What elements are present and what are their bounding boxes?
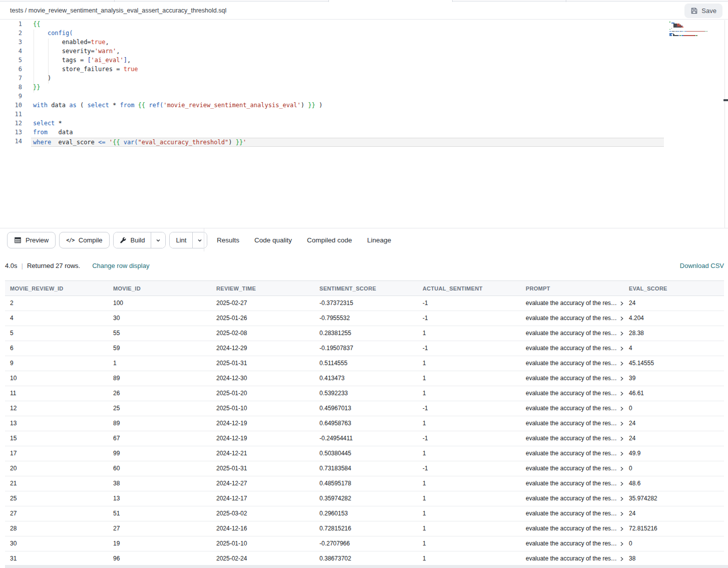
expand-prompt-icon[interactable]: [620, 481, 624, 486]
breadcrumb: tests / movie_review_sentiment_analysis_…: [10, 2, 226, 20]
minimap-token: [680, 35, 681, 36]
code-line[interactable]: from data: [33, 129, 668, 138]
column-header-sentiment-score[interactable]: SENTIMENT_SCORE: [314, 281, 418, 296]
code-token: data: [48, 102, 69, 109]
expand-prompt-icon[interactable]: [620, 331, 624, 336]
code-line[interactable]: [33, 111, 668, 120]
download-csv-link[interactable]: Download CSV: [680, 262, 724, 269]
expand-prompt-icon[interactable]: [620, 391, 624, 396]
table-cell: 1: [418, 551, 521, 566]
code-line[interactable]: config(: [33, 30, 668, 39]
prompt-cell[interactable]: evaluate the accuracy of the res…: [521, 311, 624, 326]
prompt-preview-text: evaluate the accuracy of the res…: [526, 431, 617, 446]
change-row-display-link[interactable]: Change row display: [92, 262, 149, 269]
expand-prompt-icon[interactable]: [620, 316, 624, 321]
code-token: where: [33, 139, 51, 146]
prompt-cell[interactable]: evaluate the accuracy of the res…: [521, 521, 624, 536]
expand-prompt-icon[interactable]: [620, 436, 624, 441]
prompt-cell[interactable]: evaluate the accuracy of the res…: [521, 461, 624, 476]
prompt-cell[interactable]: evaluate the accuracy of the res…: [521, 386, 624, 401]
prompt-cell[interactable]: evaluate the accuracy of the res…: [521, 431, 624, 446]
code-line[interactable]: {{: [33, 21, 668, 30]
prompt-preview-text: evaluate the accuracy of the res…: [526, 461, 617, 476]
table-cell: 2024-12-17: [211, 491, 314, 506]
code-line[interactable]: severity='warn',: [33, 48, 668, 57]
table-row: 4302025-01-26-0.7955532-1evaluate the ac…: [5, 311, 724, 326]
code-line[interactable]: ): [33, 75, 668, 84]
prompt-cell[interactable]: evaluate the accuracy of the res…: [521, 491, 624, 506]
lint-dropdown-caret[interactable]: [192, 232, 207, 248]
column-header-actual-sentiment[interactable]: ACTUAL_SENTIMENT: [418, 281, 521, 296]
preview-button[interactable]: Preview: [7, 232, 56, 248]
expand-prompt-icon[interactable]: [620, 361, 624, 366]
table-cell: 9: [5, 356, 108, 371]
column-header-eval-score[interactable]: EVAL_SCORE: [624, 281, 724, 296]
prompt-cell[interactable]: evaluate the accuracy of the res…: [521, 401, 624, 416]
code-editor[interactable]: 1234567891011121314 {{ config( enabled=t…: [0, 20, 728, 228]
column-header-movie-id[interactable]: MOVIE_ID: [108, 281, 211, 296]
expand-prompt-icon[interactable]: [620, 511, 624, 516]
expand-prompt-icon[interactable]: [620, 406, 624, 411]
code-line[interactable]: tags = ['ai_eval'],: [33, 57, 668, 66]
column-header-review-time[interactable]: REVIEW_TIME: [211, 281, 314, 296]
save-button-label: Save: [701, 7, 716, 15]
code-line[interactable]: }}: [33, 84, 668, 93]
build-button[interactable]: Build: [114, 232, 151, 248]
expand-prompt-icon[interactable]: [620, 541, 624, 546]
tab-code-quality[interactable]: Code quality: [247, 228, 299, 252]
prompt-cell[interactable]: evaluate the accuracy of the res…: [521, 476, 624, 491]
column-header-prompt[interactable]: PROMPT: [521, 281, 624, 296]
build-dropdown-caret[interactable]: [151, 232, 165, 248]
expand-prompt-icon[interactable]: [620, 526, 624, 531]
table-cell: 0.413473: [314, 371, 418, 386]
column-header-movie-review-id[interactable]: MOVIE_REVIEW_ID: [5, 281, 108, 296]
code-line[interactable]: where eval_score <= '{{ var("eval_accura…: [31, 138, 664, 147]
horizontal-scrollbar-track[interactable]: [5, 565, 728, 568]
prompt-cell[interactable]: evaluate the accuracy of the res…: [521, 536, 624, 551]
table-cell: 2: [5, 296, 108, 311]
prompt-cell[interactable]: evaluate the accuracy of the res…: [521, 341, 624, 356]
chevron-down-icon: [156, 238, 161, 243]
tab-results[interactable]: Results: [209, 228, 247, 252]
lint-button[interactable]: Lint: [170, 232, 192, 248]
expand-prompt-icon[interactable]: [620, 556, 624, 561]
code-line[interactable]: enabled=true,: [33, 39, 668, 48]
table-cell: 2024-12-29: [211, 341, 314, 356]
prompt-cell[interactable]: evaluate the accuracy of the res…: [521, 551, 624, 566]
editor-scrollbar-track[interactable]: [724, 20, 725, 228]
prompt-preview-text: evaluate the accuracy of the res…: [526, 401, 617, 416]
line-number: 13: [0, 129, 22, 138]
prompt-cell[interactable]: evaluate the accuracy of the res…: [521, 371, 624, 386]
expand-prompt-icon[interactable]: [620, 301, 624, 306]
table-cell: 31: [5, 551, 108, 566]
table-cell: 0.72815216: [314, 521, 418, 536]
expand-prompt-icon[interactable]: [620, 496, 624, 501]
table-cell: 0.5392233: [314, 386, 418, 401]
expand-prompt-icon[interactable]: [620, 451, 624, 456]
expand-prompt-icon[interactable]: [620, 466, 624, 471]
code-lines[interactable]: {{ config( enabled=true, severity='warn'…: [33, 21, 668, 147]
tab-lineage[interactable]: Lineage: [359, 228, 399, 252]
code-line[interactable]: store_failures = true: [33, 66, 668, 75]
table-row: 28272024-12-160.728152161evaluate the ac…: [5, 521, 724, 536]
code-line[interactable]: select *: [33, 120, 668, 129]
prompt-cell[interactable]: evaluate the accuracy of the res…: [521, 446, 624, 461]
expand-prompt-icon[interactable]: [620, 421, 624, 426]
prompt-cell[interactable]: evaluate the accuracy of the res…: [521, 356, 624, 371]
table-row: 12252025-01-100.45967013-1evaluate the a…: [5, 401, 724, 416]
compile-button[interactable]: </> Compile: [59, 232, 109, 248]
prompt-cell[interactable]: evaluate the accuracy of the res…: [521, 416, 624, 431]
table-cell: 0.38673702: [314, 551, 418, 566]
save-button[interactable]: Save: [684, 4, 722, 18]
minimap[interactable]: [669, 22, 722, 36]
table-cell: 2025-01-31: [211, 356, 314, 371]
code-line[interactable]: [33, 93, 668, 102]
prompt-cell[interactable]: evaluate the accuracy of the res…: [521, 326, 624, 341]
tab-compiled-code[interactable]: Compiled code: [299, 228, 359, 252]
lint-split-button: Lint: [169, 232, 207, 248]
code-line[interactable]: with data as ( select * from {{ ref('mov…: [33, 102, 668, 111]
prompt-cell[interactable]: evaluate the accuracy of the res…: [521, 296, 624, 311]
prompt-cell[interactable]: evaluate the accuracy of the res…: [521, 506, 624, 521]
expand-prompt-icon[interactable]: [620, 346, 624, 351]
expand-prompt-icon[interactable]: [620, 376, 624, 381]
